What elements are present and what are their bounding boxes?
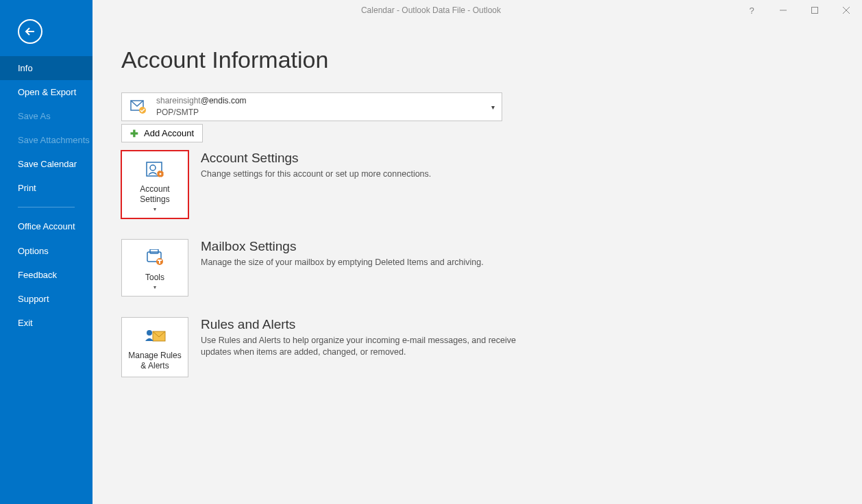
nav-feedback[interactable]: Feedback <box>0 263 93 287</box>
dropdown-caret-icon: ▾ <box>491 103 495 111</box>
maximize-icon <box>811 6 819 14</box>
chevron-down-icon: ▾ <box>153 284 156 290</box>
nav-save-calendar[interactable]: Save Calendar <box>0 152 93 176</box>
add-account-label: Add Account <box>144 128 194 138</box>
close-button[interactable] <box>830 0 862 21</box>
window-title: Calendar - Outlook Data File - Outlook <box>361 5 501 15</box>
mailbox-icon <box>129 97 148 116</box>
section-heading: Rules and Alerts <box>201 317 516 332</box>
account-settings-text: Account Settings Change settings for thi… <box>201 151 431 180</box>
back-arrow-icon <box>24 25 36 38</box>
svg-point-21 <box>147 330 152 336</box>
nav-label: Support <box>18 294 49 304</box>
maximize-button[interactable] <box>799 0 830 21</box>
tools-tile[interactable]: Tools ▾ <box>121 239 188 297</box>
close-icon <box>842 6 850 14</box>
section-description: Change settings for this account or set … <box>201 168 431 180</box>
nav-save-attachments: Save Attachments <box>0 128 93 152</box>
account-text: shareinsight@endis.com POP/SMTP <box>156 96 247 118</box>
nav-label: Save Calendar <box>18 159 77 169</box>
rules-alerts-text: Rules and Alerts Use Rules and Alerts to… <box>201 317 516 358</box>
account-settings-tile[interactable]: Account Settings ▾ <box>121 151 188 218</box>
title-bar: Calendar - Outlook Data File - Outlook ? <box>0 0 862 21</box>
rules-alerts-icon <box>143 325 167 348</box>
main-content: Account Information shareinsight@endis.c… <box>93 21 862 504</box>
section-heading: Account Settings <box>201 151 431 166</box>
nav-info[interactable]: Info <box>0 56 93 80</box>
nav-exit[interactable]: Exit <box>0 311 93 335</box>
nav-label: Office Account <box>18 221 75 231</box>
account-email-domain: @endis.com <box>201 96 247 105</box>
minimize-icon <box>779 6 787 14</box>
tile-label: Account Settings <box>125 184 185 205</box>
account-picker[interactable]: shareinsight@endis.com POP/SMTP ▾ <box>121 92 502 121</box>
svg-point-8 <box>150 165 156 171</box>
backstage-sidebar: Info Open & Export Save As Save Attachme… <box>0 0 93 504</box>
nav-support[interactable]: Support <box>0 287 93 311</box>
svg-rect-1 <box>812 8 818 14</box>
account-protocol: POP/SMTP <box>156 108 247 118</box>
plus-icon: ✚ <box>130 129 138 138</box>
nav-label: Info <box>18 63 33 73</box>
nav-label: Save Attachments <box>18 135 90 145</box>
mailbox-settings-text: Mailbox Settings Manage the size of your… <box>201 239 484 268</box>
help-button[interactable]: ? <box>736 0 767 21</box>
section-description: Use Rules and Alerts to help organize yo… <box>201 335 516 358</box>
account-settings-icon <box>145 158 165 181</box>
nav-label: Options <box>18 246 49 256</box>
nav-office-account[interactable]: Office Account <box>0 214 93 239</box>
add-account-button[interactable]: ✚ Add Account <box>121 124 203 142</box>
svg-rect-19 <box>159 261 160 264</box>
window-controls <box>767 0 862 21</box>
nav-label: Exit <box>18 318 33 328</box>
section-description: Manage the size of your mailbox by empty… <box>201 257 484 268</box>
nav-divider <box>18 207 75 207</box>
page-title: Account Information <box>121 47 862 73</box>
svg-rect-18 <box>158 260 162 261</box>
tile-label: Tools <box>145 273 164 283</box>
nav-open-export[interactable]: Open & Export <box>0 80 93 104</box>
tools-icon <box>145 247 165 270</box>
svg-point-10 <box>160 173 162 175</box>
account-email-prefix: shareinsight <box>156 96 201 105</box>
nav-save-as: Save As <box>0 104 93 128</box>
tile-label: Manage Rules & Alerts <box>125 351 185 371</box>
nav-options[interactable]: Options <box>0 239 93 263</box>
nav-label: Print <box>18 183 36 193</box>
nav-label: Feedback <box>18 270 57 280</box>
minimize-button[interactable] <box>767 0 799 21</box>
manage-rules-tile[interactable]: Manage Rules & Alerts <box>121 317 188 377</box>
nav-print[interactable]: Print <box>0 176 93 200</box>
nav-label: Open & Export <box>18 87 76 97</box>
svg-rect-16 <box>150 249 158 253</box>
nav-label: Save As <box>18 111 51 121</box>
section-heading: Mailbox Settings <box>201 239 484 254</box>
back-button[interactable] <box>18 19 42 44</box>
chevron-down-icon: ▾ <box>153 206 156 212</box>
